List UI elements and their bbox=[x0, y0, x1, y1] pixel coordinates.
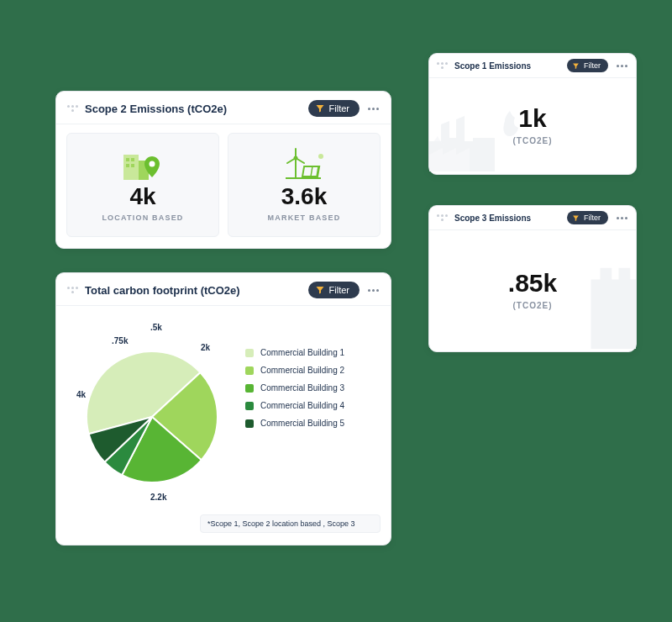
legend-item: Commercial Building 4 bbox=[245, 401, 381, 410]
pie-slice-label: 2k bbox=[201, 343, 210, 352]
svg-rect-17 bbox=[619, 268, 631, 282]
more-button[interactable] bbox=[615, 217, 629, 219]
legend-swatch bbox=[245, 384, 254, 393]
card-header: Total carbon footprint (tCO2e) Filter bbox=[56, 273, 391, 306]
svg-point-13 bbox=[318, 154, 323, 159]
funnel-icon bbox=[315, 285, 325, 295]
drag-handle-icon[interactable] bbox=[436, 60, 448, 71]
legend-swatch bbox=[245, 349, 254, 357]
svg-line-11 bbox=[311, 166, 312, 177]
card-title: Total carbon footprint (tCO2e) bbox=[85, 284, 302, 297]
filter-button[interactable]: Filter bbox=[567, 211, 608, 224]
filter-button[interactable]: Filter bbox=[308, 282, 360, 298]
more-button[interactable] bbox=[366, 289, 381, 292]
building-pin-icon bbox=[122, 148, 164, 180]
scope1-emissions-card: Scope 1 Emissions Filter 1k (TCO2E) bbox=[428, 53, 637, 175]
filter-label: Filter bbox=[584, 61, 601, 70]
legend-swatch bbox=[245, 366, 254, 375]
card-title: Scope 1 Emissions bbox=[454, 61, 560, 71]
filter-label: Filter bbox=[329, 103, 349, 113]
card-title: Scope 3 Emissions bbox=[454, 213, 560, 223]
card-header: Scope 1 Emissions Filter bbox=[429, 54, 636, 78]
legend-item: Commercial Building 3 bbox=[245, 383, 381, 393]
scope2-body: 4k LOCATION BASED 3.6k MARKET BASED bbox=[56, 124, 391, 247]
market-based-tile: 3.6k MARKET BASED bbox=[228, 133, 381, 237]
card-header: Scope 2 Emissions (tCO2e) Filter bbox=[56, 92, 391, 124]
pie-slice-label: 4k bbox=[76, 390, 86, 399]
legend-item: Commercial Building 5 bbox=[245, 419, 381, 428]
card-title: Scope 2 Emissions (tCO2e) bbox=[85, 103, 302, 115]
location-value: 4k bbox=[129, 183, 155, 210]
carbon-footprint-card: Total carbon footprint (tCO2e) Filter 4k… bbox=[55, 272, 391, 546]
svg-rect-1 bbox=[126, 158, 129, 161]
pie-legend: Commercial Building 1Commercial Building… bbox=[245, 318, 381, 503]
svg-rect-3 bbox=[126, 164, 129, 167]
filter-label: Filter bbox=[329, 285, 349, 295]
scope2-emissions-card: Scope 2 Emissions (tCO2e) Filter 4k LOCA… bbox=[55, 91, 391, 249]
filter-label: Filter bbox=[584, 213, 601, 222]
filter-button[interactable]: Filter bbox=[308, 100, 360, 117]
pie-slice-label: 2.2k bbox=[150, 493, 166, 502]
scope3-emissions-card: Scope 3 Emissions Filter .85k (TCO2E) bbox=[428, 205, 637, 352]
scope1-unit: (TCO2E) bbox=[513, 136, 553, 145]
location-based-tile: 4k LOCATION BASED bbox=[66, 133, 219, 237]
pie-slice-label: .5k bbox=[150, 323, 162, 332]
funnel-icon bbox=[572, 214, 580, 222]
legend-label: Commercial Building 4 bbox=[260, 401, 344, 410]
scope3-value: .85k bbox=[508, 269, 557, 298]
scope3-body: .85k (TCO2E) bbox=[429, 230, 636, 349]
legend-swatch bbox=[245, 419, 254, 428]
legend-item: Commercial Building 1 bbox=[245, 348, 381, 357]
legend-label: Commercial Building 1 bbox=[260, 348, 344, 357]
pie-chart: 4k.75k.5k2k2.2k bbox=[66, 318, 239, 503]
scope1-value: 1k bbox=[518, 104, 546, 133]
funnel-icon bbox=[572, 62, 580, 70]
legend-item: Commercial Building 2 bbox=[245, 366, 381, 375]
filter-button[interactable]: Filter bbox=[567, 59, 608, 72]
svg-rect-14 bbox=[591, 280, 637, 350]
svg-rect-2 bbox=[131, 158, 134, 161]
legend-swatch bbox=[245, 402, 254, 410]
legend-label: Commercial Building 3 bbox=[260, 383, 344, 393]
drag-handle-icon[interactable] bbox=[66, 103, 78, 114]
windmill-solar-icon bbox=[281, 148, 328, 180]
footprint-body: 4k.75k.5k2k2.2k Commercial Building 1Com… bbox=[56, 306, 391, 511]
location-label: LOCATION BASED bbox=[102, 213, 183, 222]
scope3-unit: (TCO2E) bbox=[513, 301, 553, 310]
more-button[interactable] bbox=[366, 108, 381, 110]
market-label: MARKET BASED bbox=[268, 213, 341, 222]
more-button[interactable] bbox=[615, 65, 629, 67]
pie-slice-label: .75k bbox=[112, 336, 128, 345]
funnel-icon bbox=[315, 103, 325, 113]
footprint-footnote: *Scope 1, Scope 2 location based , Scope… bbox=[200, 514, 381, 533]
drag-handle-icon[interactable] bbox=[66, 284, 78, 296]
drag-handle-icon[interactable] bbox=[436, 212, 448, 224]
legend-label: Commercial Building 5 bbox=[260, 419, 344, 428]
market-value: 3.6k bbox=[281, 183, 328, 210]
card-header: Scope 3 Emissions Filter bbox=[429, 206, 636, 230]
svg-point-6 bbox=[150, 161, 155, 167]
svg-rect-4 bbox=[131, 164, 134, 167]
scope1-body: 1k (TCO2E) bbox=[429, 78, 636, 171]
legend-label: Commercial Building 2 bbox=[260, 366, 344, 375]
svg-rect-16 bbox=[601, 268, 612, 282]
